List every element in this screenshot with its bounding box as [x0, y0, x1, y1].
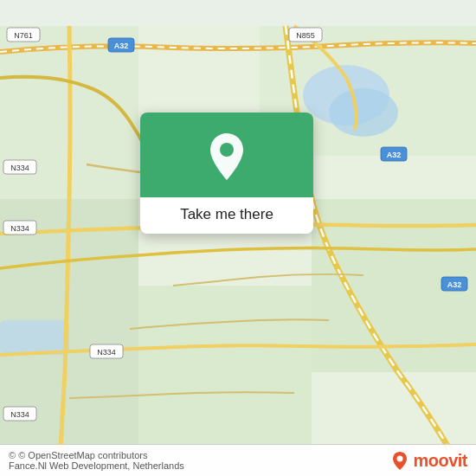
moovit-text: moovit: [413, 451, 467, 471]
popup-card: Take me there: [140, 113, 313, 234]
bottom-left: © © OpenStreetMap contributors Fance.Nl …: [9, 450, 184, 471]
svg-text:N334: N334: [10, 164, 29, 172]
bottom-right: moovit: [390, 451, 467, 471]
svg-text:A32: A32: [114, 42, 129, 50]
popup-card-header: [140, 113, 313, 197]
copyright-symbol: ©: [9, 450, 16, 460]
map-pin-icon: [206, 132, 248, 182]
svg-point-7: [329, 88, 398, 137]
svg-text:A32: A32: [447, 280, 462, 289]
svg-rect-8: [0, 320, 69, 355]
bottom-bar: © © OpenStreetMap contributors Fance.Nl …: [0, 444, 476, 476]
moovit-logo: moovit: [390, 451, 467, 471]
svg-rect-3: [138, 286, 312, 450]
svg-point-28: [220, 143, 234, 157]
svg-text:N761: N761: [14, 31, 33, 40]
moovit-icon: [390, 451, 409, 470]
svg-text:A32: A32: [387, 151, 402, 159]
bottom-location-label: Fance.Nl Web Development, Netherlands: [9, 460, 184, 471]
map-svg: N761 A32 N855 A32 A32 N334 N334 N334 N33…: [0, 0, 476, 476]
attribution-text: © OpenStreetMap contributors: [18, 450, 147, 460]
take-me-there-button[interactable]: Take me there: [163, 197, 291, 234]
svg-text:N334: N334: [10, 410, 29, 419]
svg-point-29: [397, 456, 403, 462]
map-container: N761 A32 N855 A32 A32 N334 N334 N334 N33…: [0, 0, 476, 476]
svg-text:N334: N334: [10, 224, 29, 233]
svg-text:N855: N855: [296, 31, 315, 40]
svg-text:N334: N334: [97, 348, 116, 357]
